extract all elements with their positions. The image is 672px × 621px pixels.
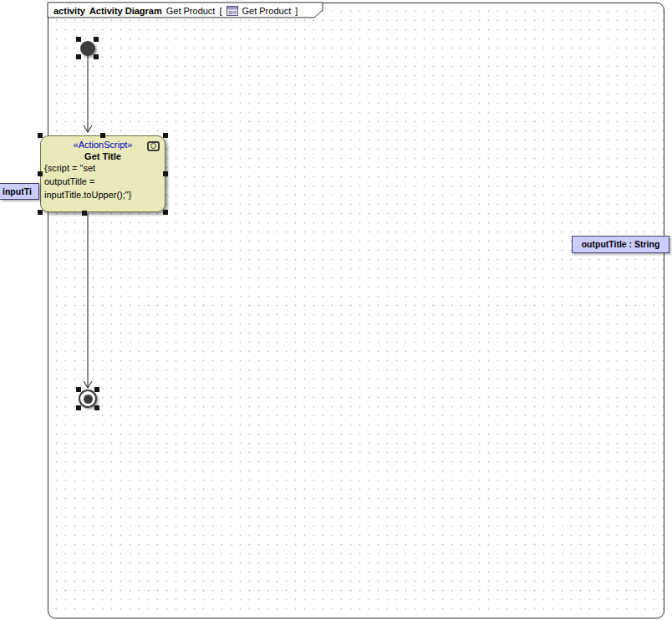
action-script-line: outputTitle = (41, 175, 165, 188)
frame-diagram-name: Get Product (166, 6, 216, 16)
action-node-get-title[interactable]: «ActionScript» Get Title {script = "set … (40, 135, 165, 212)
action-stereotype: «ActionScript» (41, 140, 165, 150)
action-script-line: {script = "set (41, 161, 165, 175)
frame-diagram-type: Activity Diagram (89, 6, 162, 16)
selection-handle[interactable] (38, 171, 43, 176)
selection-handle[interactable] (76, 405, 81, 410)
selection-handle[interactable] (76, 37, 81, 42)
input-parameter-label[interactable]: inputTi (0, 183, 39, 200)
frame-context-name: Get Product (242, 6, 292, 16)
output-parameter-label[interactable]: outputTitle : String (572, 236, 669, 253)
selection-handle[interactable] (76, 54, 81, 59)
action-name: Get Title (41, 151, 165, 161)
frame-keyword: activity (53, 6, 85, 16)
frame-open-bracket: [ (219, 6, 221, 16)
action-script-line: inputTitle.toUpper();"} (41, 188, 165, 201)
diagram-frame (48, 3, 664, 618)
selection-handle[interactable] (94, 405, 99, 410)
selection-handle[interactable] (100, 133, 105, 138)
selection-handle[interactable] (82, 211, 87, 216)
selection-handle[interactable] (94, 54, 99, 59)
selection-handle[interactable] (163, 171, 168, 176)
diagram-canvas: activity Activity Diagram Get Product [ … (0, 0, 672, 621)
selection-handle[interactable] (38, 210, 43, 215)
frame-close-bracket: ] (295, 6, 298, 16)
selection-handle[interactable] (94, 37, 99, 42)
selection-handle[interactable] (76, 387, 81, 392)
selection-handle[interactable] (163, 133, 168, 138)
frame-header: activity Activity Diagram Get Product [ … (53, 5, 298, 16)
selection-handle[interactable] (38, 133, 43, 138)
script-behavior-icon (147, 141, 160, 151)
diagram-thumbnail-icon (227, 6, 238, 16)
activity-final-core (84, 394, 93, 404)
selection-handle[interactable] (94, 387, 99, 392)
selection-handle[interactable] (163, 210, 168, 215)
